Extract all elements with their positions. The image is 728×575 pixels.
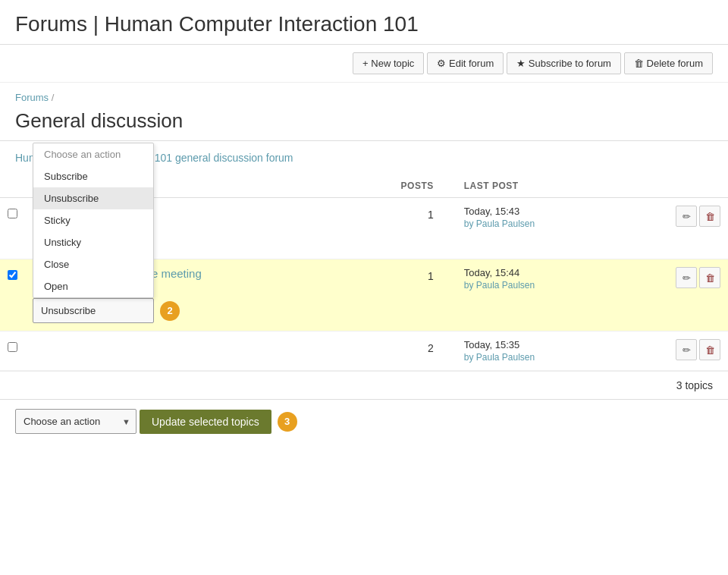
edit-forum-button[interactable]: ⚙ Edit forum xyxy=(427,52,504,74)
toolbar: + New topic ⚙ Edit forum ★ Subscribe to … xyxy=(0,45,728,83)
inline-action-area: Choose an action Subscribe Unsubscribe S… xyxy=(33,298,180,323)
topic-posts: 1 xyxy=(347,259,457,331)
dropdown-item-subscribe[interactable]: Subscribe xyxy=(33,165,153,187)
update-selected-button[interactable]: Update selected topics xyxy=(140,410,271,434)
dropdown-item-unsticky[interactable]: Unsticky xyxy=(33,231,153,253)
topic-lastpost: Today, 15:35 by Paula Paulsen xyxy=(457,331,668,371)
step3-badge: 3 xyxy=(278,412,297,432)
col-check-header xyxy=(0,174,25,198)
subscribe-forum-button[interactable]: ★ Subscribe to forum xyxy=(507,52,621,74)
topic-cell: 🔒 ★ Steering committee meeting by Paula … xyxy=(25,259,347,331)
topic-lastpost: Today, 15:43 by Paula Paulsen xyxy=(457,198,668,259)
new-topic-button[interactable]: + New topic xyxy=(353,52,424,74)
topic-checkbox-cell xyxy=(0,331,25,371)
dropdown-item-close[interactable]: Close xyxy=(33,253,153,275)
topic-posts: 1 xyxy=(347,198,457,259)
inline-dropdown-area: Choose an action Subscribe Unsubscribe S… xyxy=(33,298,180,323)
edit-topic-button[interactable]: ✏ xyxy=(676,267,697,288)
edit-topic-button[interactable]: ✏ xyxy=(676,206,697,227)
bottom-bar: 3 topics xyxy=(0,371,728,399)
dropdown-item-header: Choose an action xyxy=(33,143,153,165)
dropdown-item-unsubscribe[interactable]: Unsubscribe xyxy=(33,187,153,209)
footer-action-select[interactable]: Choose an action Subscribe Unsubscribe S… xyxy=(15,409,136,434)
footer-action-select-wrapper: Choose an action Subscribe Unsubscribe S… xyxy=(15,409,136,434)
page-title: Forums | Human Computer Interaction 101 xyxy=(15,12,713,36)
lastpost-by: by Paula Paulsen xyxy=(464,352,661,363)
delete-topic-button[interactable]: 🗑 xyxy=(699,339,720,360)
topic-checkbox-cell xyxy=(0,259,25,331)
breadcrumb-forums-link[interactable]: Forums xyxy=(15,92,49,103)
lastpost-by: by Paula Paulsen xyxy=(464,280,661,291)
topic-lastpost: Today, 15:44 by Paula Paulsen xyxy=(457,259,668,331)
forum-title: General discussion xyxy=(0,106,728,141)
topic-actions: ✏ 🗑 xyxy=(668,331,728,371)
table-row: 2 Today, 15:35 by Paula Paulsen ✏ 🗑 xyxy=(0,331,728,371)
delete-forum-button[interactable]: 🗑 Delete forum xyxy=(624,52,713,74)
delete-topic-button[interactable]: 🗑 xyxy=(699,206,720,227)
topics-list: ✱ 1 First trial by Paula Paulsen Kia ora… xyxy=(0,198,728,371)
breadcrumb: Forums / xyxy=(0,83,728,106)
topics-count: 3 topics xyxy=(676,379,713,391)
step2-badge: 2 xyxy=(160,301,180,321)
action-select-inline[interactable]: Choose an action Subscribe Unsubscribe S… xyxy=(33,298,154,323)
topic-actions: ✏ 🗑 xyxy=(668,259,728,331)
lastpost-time: Today, 15:44 xyxy=(464,267,661,278)
action-btn-group: ✏ 🗑 xyxy=(676,267,720,288)
lastpost-by: by Paula Paulsen xyxy=(464,218,661,229)
topic-checkbox[interactable] xyxy=(8,270,17,280)
table-row: 🔒 ★ Steering committee meeting by Paula … xyxy=(0,259,728,331)
breadcrumb-separator: / xyxy=(52,92,55,103)
col-lastpost-header: LAST POST xyxy=(457,174,668,198)
delete-topic-button[interactable]: 🗑 xyxy=(699,267,720,288)
topic-posts: 2 xyxy=(347,331,457,371)
page-header: Forums | Human Computer Interaction 101 xyxy=(0,0,728,45)
topics-table: TOPIC POSTS LAST POST ✱ 1 First trial by… xyxy=(0,174,728,371)
topic-checkbox-cell xyxy=(0,198,25,259)
action-btn-group: ✏ 🗑 xyxy=(676,339,720,360)
lastpost-time: Today, 15:43 xyxy=(464,206,661,217)
dropdown-menu: Choose an action Subscribe Unsubscribe S… xyxy=(33,143,154,298)
lastpost-time: Today, 15:35 xyxy=(464,339,661,350)
footer-actions: Choose an action Subscribe Unsubscribe S… xyxy=(0,399,728,443)
col-actions-header xyxy=(668,174,728,198)
topic-checkbox[interactable] xyxy=(8,209,17,218)
dropdown-item-sticky[interactable]: Sticky xyxy=(33,209,153,231)
dropdown-item-open[interactable]: Open xyxy=(33,275,153,297)
topic-cell xyxy=(25,331,347,371)
edit-topic-button[interactable]: ✏ xyxy=(676,339,697,360)
topic-checkbox[interactable] xyxy=(8,342,17,352)
topic-actions: ✏ 🗑 xyxy=(668,198,728,259)
action-btn-group: ✏ 🗑 xyxy=(676,206,720,227)
col-posts-header: POSTS xyxy=(347,174,457,198)
action-select-wrapper: Choose an action Subscribe Unsubscribe S… xyxy=(33,298,154,323)
